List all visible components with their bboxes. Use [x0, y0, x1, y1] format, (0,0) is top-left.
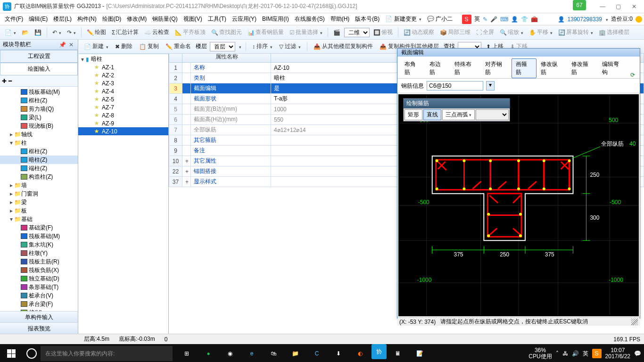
zoom-btn[interactable]: 🔍缩放: [498, 28, 525, 36]
section-tab[interactable]: 修改箍筋: [567, 58, 598, 78]
cloud-check-btn[interactable]: ☁️云检查: [142, 28, 171, 36]
view-combo[interactable]: 二维: [344, 28, 370, 37]
orbit-btn[interactable]: 🔄动态观察: [402, 28, 436, 36]
maximize-btn[interactable]: ▢: [611, 3, 626, 10]
member-item[interactable]: AZ-3: [78, 79, 168, 87]
member-item[interactable]: AZ-8: [78, 111, 168, 119]
pin-icon[interactable]: 📌: [58, 41, 67, 48]
minimize-btn[interactable]: —: [595, 3, 610, 10]
menu-version[interactable]: 版本号(B): [352, 15, 382, 23]
floor-combo[interactable]: 首层: [210, 42, 235, 51]
tree-row[interactable]: 筏板主筋(R): [0, 257, 78, 266]
menu-help[interactable]: 帮助(H): [328, 15, 353, 23]
member-item[interactable]: AZ-10: [78, 127, 168, 135]
menu-view[interactable]: 视图(V): [181, 15, 205, 23]
section-tab[interactable]: 编辑弯钩: [598, 58, 628, 78]
calc-icon[interactable]: 🖩: [388, 344, 408, 362]
local3d-btn[interactable]: 📦局部三维: [438, 28, 472, 36]
menu-draw[interactable]: 绘图(D): [99, 15, 124, 23]
sogou-icon[interactable]: S: [462, 15, 471, 24]
pan-btn[interactable]: ✋平移: [527, 28, 554, 36]
copy-btn[interactable]: 📋复制: [137, 42, 161, 50]
menu-edit[interactable]: 编辑(E): [26, 15, 50, 23]
tree-row[interactable]: 承台梁(F): [0, 300, 78, 308]
tree-row[interactable]: 基础梁(F): [0, 223, 78, 232]
menu-file[interactable]: 文件(F): [2, 15, 26, 23]
tree-row[interactable]: 现浇板(B): [0, 122, 78, 130]
section-tab[interactable]: 特殊布筋: [450, 58, 481, 78]
ime-user-icon[interactable]: 👤: [511, 16, 518, 23]
draw-mode-btn[interactable]: 直线: [423, 109, 441, 120]
ime-kbd-icon[interactable]: ⌨: [500, 16, 508, 23]
ime-label[interactable]: 英: [474, 15, 480, 23]
draw-mode-btn[interactable]: 三点画弧: [442, 109, 475, 120]
section-tab[interactable]: 对齐钢筋: [481, 58, 512, 78]
resize-grip[interactable]: [631, 319, 638, 325]
section-canvas[interactable]: 绘制箍筋 矩形直线三点画弧 500 500: [398, 94, 639, 316]
undo-icon[interactable]: ↶: [50, 29, 63, 36]
open-icon[interactable]: 📂: [20, 29, 31, 36]
rename-btn[interactable]: ✏️重命名: [164, 42, 193, 50]
section-tab[interactable]: 布边筋: [425, 58, 450, 78]
tree-row[interactable]: ▸📁墙: [0, 181, 78, 189]
menu-online[interactable]: 在线服务(S): [292, 15, 328, 23]
delete-btn[interactable]: ✖删除: [113, 42, 134, 50]
rebar-info-dropdown[interactable]: ▾: [486, 81, 495, 90]
member-item[interactable]: AZ-5: [78, 95, 168, 103]
network-icon[interactable]: 🖧: [562, 350, 568, 357]
user-id[interactable]: 13907298339: [568, 16, 602, 23]
menu-bim[interactable]: BIM应用(I): [259, 15, 292, 23]
find-elem-btn[interactable]: 🔍查找图元: [209, 28, 244, 36]
tree-row[interactable]: 梁(L): [0, 113, 78, 122]
cortana-icon[interactable]: [26, 348, 37, 359]
sum-btn[interactable]: Σ 汇总计算: [110, 28, 140, 36]
menu-modify[interactable]: 修改(M): [124, 15, 149, 23]
menu-cloud[interactable]: 云应用(Y): [229, 15, 259, 23]
section-tab[interactable]: 修改纵筋: [537, 58, 567, 78]
edge-icon[interactable]: e: [241, 344, 262, 362]
menu-member[interactable]: 构件(N): [74, 15, 99, 23]
tree-row[interactable]: 框柱(Z): [0, 147, 78, 156]
app-ggj-icon[interactable]: 协: [372, 344, 387, 359]
explorer-icon[interactable]: 📁: [285, 344, 305, 362]
member-tree[interactable]: ▾▮暗柱AZ-1AZ-2AZ-3AZ-4AZ-5AZ-7AZ-8AZ-9AZ-1…: [78, 54, 168, 334]
batch-sel-btn[interactable]: ☑批量选择: [288, 28, 324, 36]
report-preview-btn[interactable]: 报表预览: [0, 322, 78, 334]
section-title-bar[interactable]: 截面编辑: [397, 49, 640, 57]
tree-row[interactable]: ▾📁基础: [0, 215, 78, 223]
single-input-btn[interactable]: 单构件输入: [0, 311, 78, 322]
member-item[interactable]: AZ-9: [78, 119, 168, 127]
member-item[interactable]: AZ-2: [78, 71, 168, 79]
menu-rebar[interactable]: 钢筋量(Q): [149, 15, 180, 23]
tree-row[interactable]: ▸📁门窗洞: [0, 189, 78, 198]
ime-tool-icon[interactable]: ✎: [483, 16, 487, 23]
tree-row[interactable]: 构造柱(Z): [0, 173, 78, 181]
save-icon[interactable]: 💾: [33, 29, 43, 36]
tree-row[interactable]: 集水坑(K): [0, 240, 78, 249]
notes-icon[interactable]: 📝: [409, 344, 430, 362]
app-c-icon[interactable]: C: [306, 344, 327, 362]
tree-row[interactable]: ▾📁柱: [0, 139, 78, 147]
notification-badge[interactable]: 67: [573, 0, 586, 10]
app-dl-icon[interactable]: ⬇: [328, 344, 349, 362]
new-icon[interactable]: 📄: [3, 29, 18, 36]
tree-row[interactable]: 独立基础(D): [0, 274, 78, 283]
view-rebar-btn[interactable]: 📊查看钢筋量: [246, 28, 286, 36]
draw-btn[interactable]: ✏️绘图: [85, 28, 108, 36]
tree-row[interactable]: ▸📁轴线: [0, 130, 78, 139]
tab-project-settings[interactable]: 工程设置: [0, 50, 78, 62]
close-btn[interactable]: ✕: [627, 3, 641, 10]
tab-draw-input[interactable]: 绘图输入: [0, 63, 78, 75]
menu-floor[interactable]: 楼层(L): [50, 15, 74, 23]
menu-gxj[interactable]: 💬 广小二: [424, 15, 455, 23]
floor-extra[interactable]: [238, 43, 241, 50]
member-item[interactable]: AZ-7: [78, 103, 168, 111]
remove-icon[interactable]: ━: [8, 78, 12, 84]
draw-combo[interactable]: [476, 109, 509, 120]
tree-row[interactable]: 柱墩(Y): [0, 249, 78, 257]
tree-row[interactable]: ▸📁板: [0, 206, 78, 215]
tray-ime[interactable]: 英: [583, 350, 588, 358]
filter-btn[interactable]: ▽过滤: [277, 42, 303, 50]
tray-up-icon[interactable]: ˄: [556, 350, 559, 357]
start-button[interactable]: [0, 344, 23, 362]
